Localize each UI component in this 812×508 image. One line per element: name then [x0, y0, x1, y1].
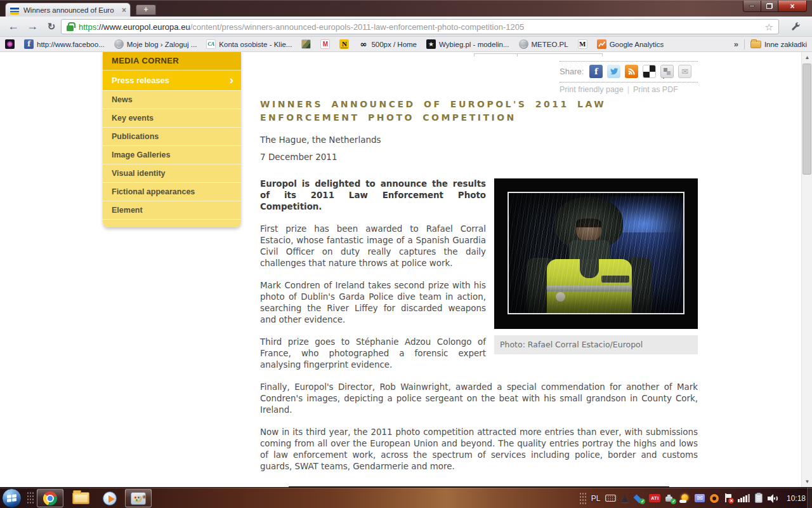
action-center-flag-icon[interactable]: ✕	[724, 493, 733, 503]
bookmarks-bar: fhttp://www.faceboo... Moje blog › Zalog…	[0, 37, 812, 52]
url-scheme: https	[79, 22, 96, 32]
article-location: The Hague, the Netherlands	[260, 135, 698, 145]
paint-icon	[131, 492, 146, 505]
share-grid-icon[interactable]	[660, 65, 674, 78]
article-paragraph: Finally, Europol's Director, Rob Wainwri…	[260, 382, 698, 416]
wrench-icon	[791, 22, 801, 32]
bookmark-item[interactable]	[5, 39, 15, 49]
weather-icon[interactable]	[679, 494, 690, 503]
action-center-error-icon: ✕	[728, 498, 734, 504]
dropbox-check-icon: ✓	[639, 498, 645, 504]
bookmarks-overflow-chevron[interactable]: »	[734, 39, 738, 49]
star-badge-icon: ★	[426, 39, 436, 49]
bookmark-item[interactable]: ★Wybieg.pl - modelin...	[426, 39, 509, 49]
sidebar-item-key-events[interactable]: Key events	[103, 109, 241, 127]
sidebar-item-fictional-appearances[interactable]: Fictional appearances	[103, 182, 241, 201]
taskbar-explorer-button[interactable]	[67, 489, 94, 507]
clipboard-icon[interactable]	[755, 493, 763, 503]
back-button[interactable]: ←	[5, 18, 22, 35]
bookmark-item[interactable]: Google Analytics	[597, 39, 664, 49]
photo-caption: Photo: Rafael Corral Estacio/Europol	[494, 335, 698, 354]
print-pdf-link[interactable]: Print as PDF	[633, 85, 678, 94]
language-indicator[interactable]: PL	[591, 494, 601, 503]
bookmark-star-icon[interactable]: ☆	[765, 22, 773, 32]
share-email-icon[interactable]: ✉	[678, 65, 691, 78]
wrench-menu-button[interactable]	[787, 20, 806, 34]
system-tray: PL ✓ ATI ✓ ✉ ✕ 10:18	[579, 488, 806, 508]
browser-titlebar: Winners announced of Euro × + ×	[0, 0, 812, 17]
bookmark-item[interactable]: Moje blog › Zaloguj ...	[114, 39, 197, 49]
other-bookmarks-label: Inne zakładki	[764, 41, 807, 48]
share-twitter-icon[interactable]	[607, 65, 620, 78]
sidebar-item-visual-identity[interactable]: Visual identity	[103, 164, 241, 182]
restore-icon	[766, 3, 773, 9]
print-friendly-link[interactable]: Print friendly page	[560, 85, 624, 94]
share-label: Share:	[560, 67, 584, 76]
bookmark-item[interactable]: N	[339, 39, 349, 49]
orange-ring-icon[interactable]	[710, 494, 719, 503]
scroll-down-arrow-icon[interactable]: ▼	[802, 476, 812, 487]
close-button[interactable]: ×	[778, 1, 807, 12]
new-tab-button[interactable]: +	[136, 4, 156, 15]
minimize-button[interactable]	[743, 1, 761, 12]
bookmark-item[interactable]: METEO.PL	[519, 39, 568, 49]
url-path: /content/press/winners-announced-europol…	[190, 22, 525, 32]
taskbar-paint-button[interactable]	[125, 489, 152, 507]
browser-tab[interactable]: Winners announced of Euro ×	[5, 3, 131, 17]
taskbar-chrome-button[interactable]	[37, 489, 63, 507]
bookmark-label: http://www.faceboo...	[37, 41, 105, 48]
usb-check-icon: ✓	[671, 498, 676, 504]
article-paragraph: Now in its third year, the 2011 photo co…	[260, 427, 698, 472]
sidebar-item-news[interactable]: News	[103, 90, 241, 109]
url-text: https://www.europol.europa.eu/content/pr…	[79, 22, 524, 32]
sidebar-item-element[interactable]: Element	[103, 201, 241, 219]
share-rss-icon[interactable]	[625, 65, 638, 78]
toolbar-grip	[27, 491, 34, 504]
share-facebook-icon[interactable]: f	[589, 65, 603, 78]
forward-button[interactable]: →	[24, 18, 41, 35]
mail-icon[interactable]: ✉	[695, 494, 705, 502]
sidebar-item-press-releases[interactable]: Press releases›	[103, 70, 241, 90]
bookmark-item[interactable]: fhttp://www.faceboo...	[24, 39, 105, 49]
share-delicious-icon[interactable]	[643, 65, 656, 78]
chrome-icon	[43, 491, 57, 505]
sidebar-item-image-galleries[interactable]: Image Galleries	[103, 145, 241, 164]
taskbar-media-player-button[interactable]	[96, 489, 123, 507]
keyboard-icon[interactable]	[605, 495, 616, 502]
bookmark-item[interactable]	[301, 39, 311, 49]
other-bookmarks-button[interactable]: Inne zakładki	[750, 41, 807, 48]
globe-icon	[114, 39, 124, 49]
print-links-divider: |	[624, 85, 633, 94]
print-links: Print friendly page|Print as PDF	[560, 85, 698, 94]
winner-photo[interactable]	[494, 178, 698, 329]
bookmarks-right-group: » Inne zakładki	[734, 39, 807, 50]
ati-icon[interactable]: ATI	[649, 494, 660, 502]
article-date: 7 December 2011	[260, 152, 698, 162]
dropbox-icon[interactable]: ✓	[634, 494, 644, 503]
infinity-icon: ∞	[358, 39, 368, 49]
scroll-up-arrow-icon[interactable]: ▲	[802, 52, 812, 63]
reload-button[interactable]: ↻	[43, 18, 60, 35]
app-tile-icon	[5, 39, 15, 49]
start-button[interactable]	[2, 488, 22, 508]
hidden-apps-triangle-icon[interactable]	[621, 495, 629, 502]
usb-safely-remove-icon[interactable]: ✓	[665, 495, 674, 502]
tab-close-icon[interactable]: ×	[122, 6, 126, 14]
bookmark-item[interactable]: M	[578, 39, 587, 49]
restore-button[interactable]	[761, 1, 778, 12]
folder-icon	[750, 41, 761, 48]
page-scrollbar[interactable]: ▲ ▼	[801, 52, 812, 487]
scrollbar-thumb[interactable]	[802, 64, 811, 175]
sidebar-footer-pad	[103, 219, 241, 227]
article-title: WINNERS ANNOUNCED OF EUROPOL'S 2011 LAW …	[260, 98, 647, 124]
bookmark-label: METEO.PL	[532, 41, 568, 48]
taskbar-clock[interactable]: 10:18	[787, 494, 806, 503]
bookmark-item[interactable]: M	[320, 39, 330, 49]
show-desktop-button[interactable]	[806, 488, 812, 508]
address-bar[interactable]: https://www.europol.europa.eu/content/pr…	[61, 19, 779, 34]
signal-bars-icon[interactable]	[738, 494, 750, 502]
bookmark-item[interactable]: ∞500px / Home	[358, 39, 417, 49]
sidebar-item-publications[interactable]: Publications	[103, 127, 241, 145]
bookmark-item[interactable]: CAKonta osobiste - Klie...	[206, 39, 292, 49]
volume-icon[interactable]	[768, 493, 778, 503]
